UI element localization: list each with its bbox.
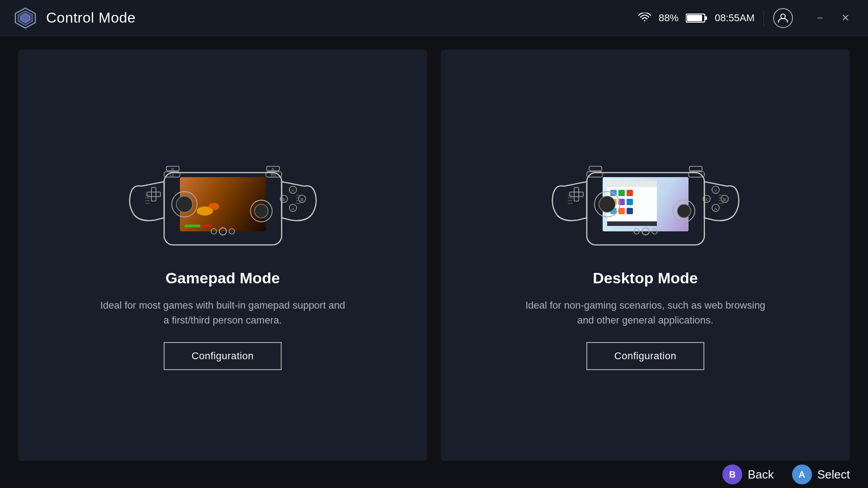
svg-rect-67 bbox=[570, 192, 583, 197]
main-content: Y B X A L1 R R1 R bbox=[0, 36, 868, 461]
minimize-button[interactable]: − bbox=[811, 9, 829, 27]
close-button[interactable]: ✕ bbox=[836, 9, 854, 27]
svg-text:X: X bbox=[705, 197, 708, 202]
window-controls: − ✕ bbox=[811, 9, 854, 27]
svg-text:B: B bbox=[300, 197, 303, 202]
page-title: Control Mode bbox=[46, 9, 136, 26]
svg-rect-57 bbox=[627, 199, 633, 205]
svg-rect-59 bbox=[618, 208, 625, 214]
title-left: Control Mode bbox=[14, 6, 136, 30]
svg-text:A: A bbox=[714, 206, 717, 211]
gamepad-mode-card: Y B X A L1 R R1 R bbox=[18, 50, 427, 461]
svg-text:Y: Y bbox=[291, 188, 294, 193]
svg-rect-13 bbox=[184, 225, 200, 227]
svg-text:R1: R1 bbox=[271, 173, 276, 177]
svg-text:Y: Y bbox=[714, 188, 717, 193]
wifi-icon bbox=[638, 13, 651, 23]
back-label: Back bbox=[748, 468, 774, 482]
title-bar: Control Mode 88% 08:55AM bbox=[0, 0, 868, 36]
svg-point-15 bbox=[176, 196, 193, 212]
gamepad-device-illustration: Y B X A L1 R R1 R bbox=[114, 141, 331, 258]
svg-point-6 bbox=[781, 14, 785, 19]
svg-rect-5 bbox=[687, 15, 702, 21]
svg-rect-66 bbox=[574, 188, 579, 201]
svg-rect-61 bbox=[607, 221, 657, 226]
back-action[interactable]: B Back bbox=[722, 465, 774, 484]
svg-text:L1: L1 bbox=[169, 173, 174, 177]
svg-rect-18 bbox=[151, 188, 156, 201]
title-right: 88% 08:55AM − ✕ bbox=[638, 8, 854, 28]
svg-text:R: R bbox=[171, 167, 174, 171]
svg-rect-54 bbox=[627, 190, 633, 196]
select-label: Select bbox=[817, 468, 850, 482]
desktop-device-illustration: Y B X A bbox=[537, 141, 754, 258]
gamepad-mode-title: Gamepad Mode bbox=[165, 269, 280, 287]
svg-rect-51 bbox=[607, 181, 657, 187]
gamepad-config-button[interactable]: Configuration bbox=[164, 342, 282, 370]
desktop-mode-card: Y B X A bbox=[441, 50, 850, 461]
svg-point-63 bbox=[599, 196, 615, 212]
clock-display: 08:55AM bbox=[715, 12, 755, 24]
select-action[interactable]: A Select bbox=[792, 465, 850, 484]
status-info: 88% 08:55AM bbox=[638, 8, 793, 28]
svg-text:A: A bbox=[291, 206, 294, 211]
bottom-bar: B Back A Select bbox=[0, 461, 868, 488]
gamepad-mode-description: Ideal for most games with built-in gamep… bbox=[96, 298, 349, 328]
select-badge: A bbox=[792, 465, 812, 484]
svg-text:X: X bbox=[282, 197, 285, 202]
desktop-mode-title: Desktop Mode bbox=[593, 269, 698, 287]
desktop-config-button[interactable]: Configuration bbox=[586, 342, 704, 370]
svg-text:B: B bbox=[723, 197, 726, 202]
svg-rect-19 bbox=[147, 192, 160, 197]
svg-rect-53 bbox=[618, 190, 625, 196]
svg-rect-79 bbox=[689, 166, 702, 171]
svg-text:R: R bbox=[272, 167, 274, 171]
svg-point-17 bbox=[255, 204, 268, 218]
profile-icon[interactable] bbox=[773, 8, 793, 28]
desktop-mode-description: Ideal for non-gaming scenarios, such as … bbox=[519, 298, 772, 328]
app-logo bbox=[14, 6, 37, 30]
divider bbox=[764, 10, 764, 26]
svg-rect-77 bbox=[589, 166, 602, 171]
back-badge: B bbox=[722, 465, 742, 484]
battery-percentage: 88% bbox=[659, 12, 679, 24]
svg-rect-4 bbox=[705, 16, 707, 20]
battery-icon bbox=[686, 13, 708, 23]
svg-rect-60 bbox=[627, 208, 633, 214]
svg-point-65 bbox=[677, 204, 691, 218]
svg-point-11 bbox=[208, 203, 219, 210]
